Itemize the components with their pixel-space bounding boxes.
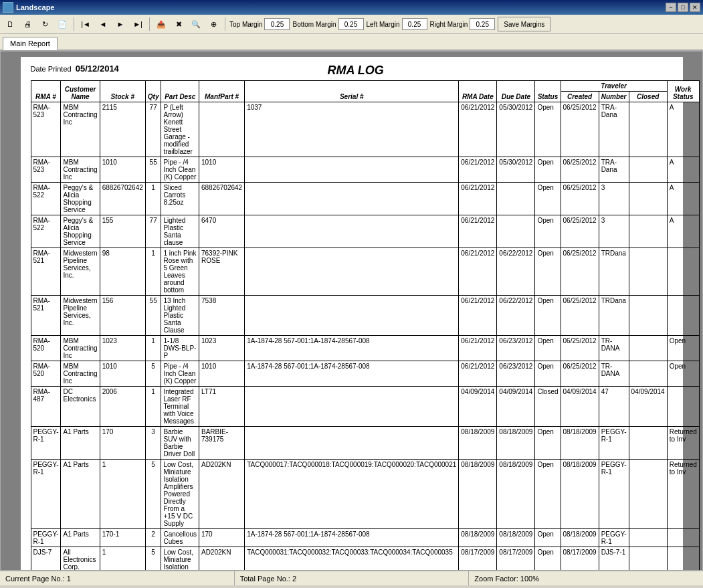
table-cell: 6470 bbox=[199, 215, 244, 248]
table-cell: Open bbox=[535, 248, 561, 296]
last-page-button[interactable]: ►| bbox=[130, 17, 145, 31]
table-cell bbox=[245, 248, 459, 296]
table-cell bbox=[629, 427, 667, 460]
table-cell: 156 bbox=[100, 296, 145, 336]
table-cell bbox=[667, 387, 699, 427]
table-cell: Pipe - /4 Inch Clean (K) Copper bbox=[161, 157, 199, 183]
close-button[interactable]: ✕ bbox=[690, 3, 700, 12]
table-cell: 5 bbox=[145, 460, 161, 529]
total-page-section: Total Page No.: 2 bbox=[235, 571, 470, 585]
toolbar: 🗋 🖨 ↻ 📄 |◄ ◄ ► ►| 📤 ✖ 🔍 ⊕ Top Margin Bot… bbox=[0, 15, 703, 34]
table-cell: MBM Contracting Inc bbox=[61, 336, 100, 361]
table-cell: 06/22/2012 bbox=[497, 248, 535, 296]
right-margin-group: Right Margin bbox=[430, 18, 496, 30]
table-cell: 5 bbox=[145, 547, 161, 571]
top-margin-input[interactable] bbox=[264, 18, 290, 30]
table-cell: RMA-487 bbox=[31, 387, 61, 427]
table-cell: Integrated Laser RF Terminal with Voice … bbox=[161, 387, 199, 427]
table-cell: Open bbox=[667, 336, 699, 361]
table-cell: 1023 bbox=[100, 336, 145, 361]
table-cell: RMA-522 bbox=[31, 215, 61, 248]
table-cell: 04/09/2014 bbox=[459, 387, 497, 427]
table-cell bbox=[497, 183, 535, 215]
table-cell: 1 bbox=[145, 387, 161, 427]
table-cell: Lighted Plastic Santa clause bbox=[161, 215, 199, 248]
table-cell: Returned to Inv bbox=[667, 460, 699, 529]
table-row: RMA-521Midwestern Pipeline Services, Inc… bbox=[31, 248, 699, 296]
report-title: RMA LOG bbox=[119, 64, 593, 78]
col-header-workstatus: Work Status bbox=[667, 81, 699, 102]
table-cell bbox=[245, 183, 459, 215]
table-cell: A bbox=[667, 102, 699, 157]
col-header-rma: RMA # bbox=[31, 81, 61, 102]
new-button[interactable]: 🗋 bbox=[3, 17, 17, 31]
table-cell: 08/18/2009 bbox=[459, 427, 497, 460]
col-header-customer: Customer Name bbox=[61, 81, 100, 102]
print-button[interactable]: 🖨 bbox=[20, 17, 35, 31]
table-cell: PEGGY-R-1 bbox=[599, 529, 629, 547]
table-cell: 77 bbox=[145, 102, 161, 157]
table-cell: PEGGY-R-1 bbox=[31, 427, 61, 460]
table-cell: 06/21/2012 bbox=[459, 157, 497, 183]
total-page-label: Total Page No.: 2 bbox=[240, 575, 296, 583]
table-cell: A1 Parts bbox=[61, 427, 100, 460]
sep3 bbox=[225, 17, 225, 31]
table-cell: All Electronics Corp. bbox=[61, 547, 100, 571]
table-cell bbox=[667, 547, 699, 571]
table-cell: BARBIE-739175 bbox=[199, 427, 244, 460]
table-cell: 1 bbox=[100, 460, 145, 529]
table-cell: TRDana bbox=[599, 296, 629, 336]
zoom-button[interactable]: ⊕ bbox=[206, 17, 221, 31]
table-cell: Peggy's & Alicia Shopping Service bbox=[61, 183, 100, 215]
report-page: Date Printed 05/12/2014 RMA LOG bbox=[21, 57, 683, 570]
table-cell bbox=[629, 183, 667, 215]
table-cell: Low Cost, Miniature Isolation Amplifiers… bbox=[161, 460, 199, 529]
table-row: RMA-520MBM Contracting Inc10105Pipe - /4… bbox=[31, 361, 699, 387]
copy-button[interactable]: 📄 bbox=[55, 17, 70, 31]
table-cell bbox=[629, 460, 667, 529]
prev-page-button[interactable]: ◄ bbox=[96, 17, 110, 31]
minimize-button[interactable]: − bbox=[666, 3, 676, 12]
table-cell: 06/25/2012 bbox=[561, 361, 599, 387]
cancel-button[interactable]: ✖ bbox=[171, 17, 186, 31]
date-printed-value: 05/12/2014 bbox=[76, 64, 119, 74]
table-cell: Cancellous Cubes bbox=[161, 529, 199, 547]
zoom-section: Zoom Factor: 100% bbox=[469, 571, 703, 585]
table-cell: 155 bbox=[100, 215, 145, 248]
current-page-section: Current Page No.: 1 bbox=[0, 571, 235, 585]
next-page-button[interactable]: ► bbox=[113, 17, 128, 31]
table-cell: Open bbox=[535, 361, 561, 387]
col-header-part: Part Desc bbox=[161, 81, 199, 102]
table-cell: 08/17/2009 bbox=[459, 547, 497, 571]
left-margin-input[interactable] bbox=[402, 18, 427, 30]
tab-bar: Main Report bbox=[0, 34, 703, 51]
table-cell: 04/09/2014 bbox=[629, 387, 667, 427]
refresh-button[interactable]: ↻ bbox=[37, 17, 52, 31]
table-cell: MBM Contracting Inc bbox=[61, 361, 100, 387]
table-cell: Barbie SUV with Barbie Driver Doll bbox=[161, 427, 199, 460]
date-printed-section: Date Printed 05/12/2014 bbox=[31, 64, 119, 74]
status-bar: Current Page No.: 1 Total Page No.: 2 Zo… bbox=[0, 571, 703, 585]
table-cell: 1023 bbox=[199, 336, 244, 361]
save-margins-button[interactable]: Save Margins bbox=[498, 17, 550, 31]
table-cell: PEGGY-R-1 bbox=[599, 427, 629, 460]
table-cell bbox=[629, 296, 667, 336]
restore-button[interactable]: □ bbox=[678, 3, 688, 12]
table-cell: RMA-523 bbox=[31, 102, 61, 157]
scroll-area[interactable]: Date Printed 05/12/2014 RMA LOG bbox=[1, 52, 702, 570]
table-cell: DC Electronics bbox=[61, 387, 100, 427]
table-cell: 06/25/2012 bbox=[561, 336, 599, 361]
report-header: Date Printed 05/12/2014 RMA LOG bbox=[31, 64, 673, 78]
col-header-closed: Closed bbox=[629, 92, 667, 102]
bottom-margin-input[interactable] bbox=[338, 18, 364, 30]
table-cell: 1 inch Pink Rose with 5 Green Leaves aro… bbox=[161, 248, 199, 296]
tab-main-report[interactable]: Main Report bbox=[3, 37, 58, 50]
table-cell: 06/21/2012 bbox=[459, 361, 497, 387]
right-margin-input[interactable] bbox=[470, 18, 495, 30]
left-margin-label: Left Margin bbox=[367, 21, 400, 28]
first-page-button[interactable]: |◄ bbox=[78, 17, 93, 31]
table-cell bbox=[497, 215, 535, 248]
search-button[interactable]: 🔍 bbox=[189, 17, 203, 31]
table-cell: DJS-7-1 bbox=[599, 547, 629, 571]
export-button[interactable]: 📤 bbox=[154, 17, 169, 31]
